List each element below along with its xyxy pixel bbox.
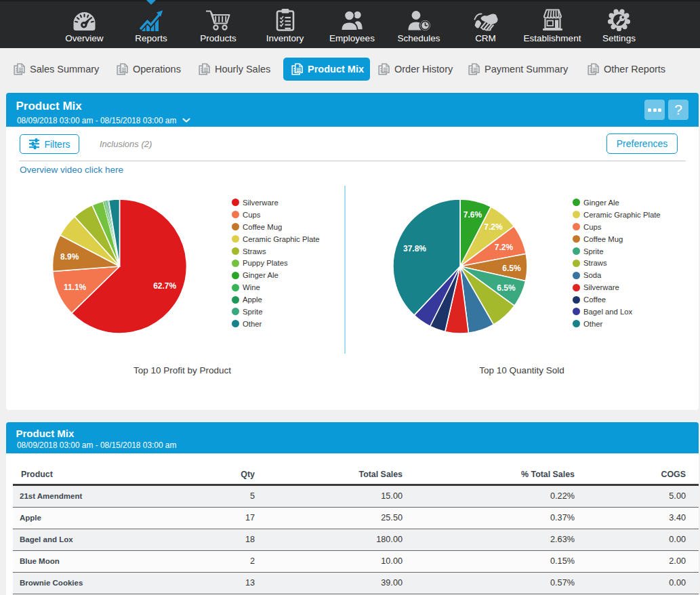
svg-text:6.5%: 6.5% — [502, 264, 521, 273]
svg-text:11.1%: 11.1% — [64, 283, 87, 292]
svg-text:6.5%: 6.5% — [497, 283, 516, 293]
svg-text:8.9%: 8.9% — [60, 252, 79, 262]
svg-text:7.2%: 7.2% — [484, 222, 503, 232]
svg-text:37.8%: 37.8% — [403, 244, 426, 253]
svg-text:7.6%: 7.6% — [464, 210, 482, 220]
svg-text:7.2%: 7.2% — [495, 243, 514, 252]
svg-text:62.7%: 62.7% — [153, 281, 176, 291]
